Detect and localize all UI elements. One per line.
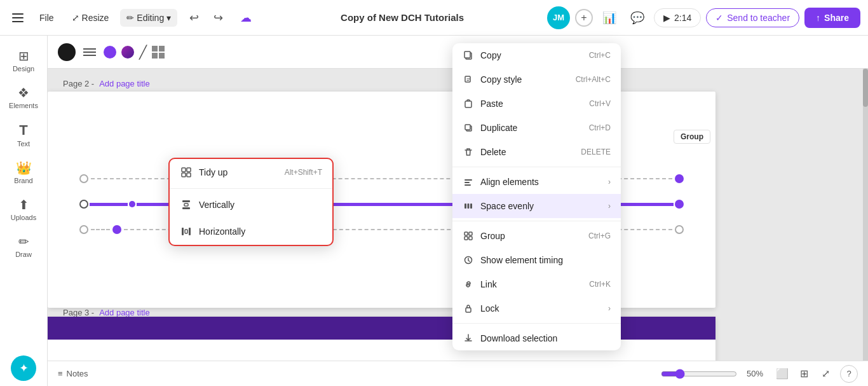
color-gradient-dot[interactable] (121, 46, 134, 59)
analytics-button[interactable]: 📊 (598, 6, 621, 29)
duplicate-icon (463, 122, 474, 134)
sidebar-item-elements[interactable]: ❖ Elements (3, 80, 44, 114)
grid-view-button[interactable]: ⊞ (794, 364, 813, 383)
avatar-button[interactable]: JM (547, 6, 570, 29)
tidy-up-label: Tidy up (199, 167, 227, 177)
vertical-space-icon (180, 198, 193, 211)
magic-button[interactable]: ✦ (11, 355, 36, 381)
delete-shortcut: DELETE (581, 148, 611, 156)
submenu-item-vertically[interactable]: Vertically (170, 191, 332, 218)
sidebar-item-brand[interactable]: 👑 Brand (3, 155, 44, 190)
show-element-timing-label: Show element timing (480, 255, 563, 265)
page2-title-link[interactable]: Add page title (99, 79, 150, 88)
header-left: File ⤢ Resize ✏ Editing ▾ ↩ ↪ ☁ (8, 6, 257, 29)
grid-tool[interactable] (152, 46, 165, 59)
help-button[interactable]: ? (840, 365, 858, 383)
svg-rect-24 (184, 203, 188, 206)
cloud-save-button[interactable]: ☁ (234, 6, 257, 29)
color-dot-purple[interactable] (104, 46, 116, 59)
svg-rect-17 (466, 308, 471, 312)
circle-tool[interactable] (58, 43, 76, 61)
redo-button[interactable]: ↪ (207, 6, 229, 29)
svg-rect-7 (465, 182, 470, 183)
menu-icon[interactable] (8, 8, 28, 28)
sidebar-item-uploads[interactable]: ⬆ Uploads (3, 192, 44, 226)
menu-item-link[interactable]: Link Ctrl+K (452, 272, 621, 296)
submenu-item-horizontally[interactable]: Horizontally (170, 218, 332, 245)
undo-redo-group: ↩ ↪ (182, 6, 229, 29)
view-icons-group: ⬜ ⊞ ⤢ (773, 364, 835, 383)
sidebar: ⊞ Design ❖ Elements T Text 👑 Brand ⬆ Upl… (0, 36, 48, 386)
svg-rect-20 (182, 173, 186, 177)
timeline-circle-start-3 (79, 225, 88, 234)
horizontal-space-icon (180, 225, 193, 238)
comments-button[interactable]: 💬 (626, 6, 649, 29)
align-elements-label: Align elements (480, 177, 539, 187)
group-icon (463, 230, 474, 242)
delete-label: Delete (480, 147, 506, 157)
lines-tool[interactable] (81, 46, 98, 59)
sidebar-item-draw[interactable]: ✏ Draw (3, 229, 44, 263)
timeline-circle-end-3 (675, 225, 684, 234)
menu-item-download-selection[interactable]: Download selection (452, 326, 621, 350)
page3-title-link[interactable]: Add page title (99, 308, 150, 317)
menu-item-copy[interactable]: Copy Ctrl+C (452, 43, 621, 67)
align-icon (463, 176, 474, 188)
undo-button[interactable]: ↩ (182, 6, 205, 29)
svg-rect-19 (187, 168, 191, 172)
menu-item-paste[interactable]: Paste Ctrl+V (452, 92, 621, 116)
share-icon: ↑ (816, 13, 820, 23)
svg-rect-8 (465, 184, 471, 186)
edit-icon: ✏ (126, 13, 134, 23)
svg-rect-27 (185, 230, 187, 233)
copy-style-shortcut: Ctrl+Alt+C (576, 75, 611, 84)
menu-divider-3 (452, 323, 621, 324)
svg-rect-3 (465, 101, 471, 107)
paste-label: Paste (480, 99, 503, 109)
copy-style-icon (463, 74, 474, 85)
scrollbar-thumb[interactable] (863, 69, 868, 107)
lock-label: Lock (480, 303, 499, 314)
zoom-percentage: 50% (742, 369, 768, 378)
trash-icon (463, 146, 474, 158)
svg-rect-11 (470, 203, 472, 209)
send-to-teacher-button[interactable]: ✓ Send to teacher (706, 8, 799, 27)
line-tool[interactable]: ╱ (139, 45, 147, 60)
menu-item-show-element-timing[interactable]: Show element timing (452, 248, 621, 272)
sidebar-item-design[interactable]: ⊞ Design (3, 43, 44, 78)
submenu-item-tidy-up[interactable]: Tidy up Alt+Shift+T (170, 159, 332, 186)
menu-item-copy-style[interactable]: Copy style Ctrl+Alt+C (452, 67, 621, 92)
svg-rect-18 (182, 168, 186, 172)
timeline-handle-left (79, 200, 88, 209)
file-button[interactable]: File (33, 9, 60, 27)
single-view-button[interactable]: ⬜ (773, 364, 792, 383)
tidy-up-icon (180, 166, 193, 179)
menu-item-duplicate[interactable]: Duplicate Ctrl+D (452, 116, 621, 140)
preview-button[interactable]: ▶ 2:14 (654, 8, 701, 27)
menu-item-group[interactable]: Group Ctrl+G (452, 224, 621, 248)
star-icon: ✦ (19, 361, 29, 375)
resize-button[interactable]: ⤢ Resize (65, 9, 116, 27)
menu-item-align-elements[interactable]: Align elements › (452, 170, 621, 194)
svg-rect-23 (182, 207, 190, 209)
design-icon: ⊞ (18, 48, 29, 64)
notes-button[interactable]: ≡ Notes (58, 369, 88, 378)
svg-rect-9 (465, 203, 466, 209)
group-shortcut: Ctrl+G (588, 231, 611, 240)
menu-item-space-evenly[interactable]: Space evenly › (452, 194, 621, 218)
lock-chevron-icon: › (608, 304, 611, 313)
header-center: Copy of New DCH Tutorials (262, 12, 542, 23)
text-icon: T (19, 122, 27, 139)
add-collaborator-button[interactable]: + (575, 9, 593, 27)
fullscreen-button[interactable]: ⤢ (816, 364, 835, 383)
zoom-controls: 50% ⬜ ⊞ ⤢ ? (661, 364, 858, 383)
copy-style-label: Copy style (480, 74, 522, 85)
zoom-slider[interactable] (661, 369, 737, 379)
menu-item-delete[interactable]: Delete DELETE (452, 140, 621, 164)
timeline-circle-end-2 (675, 200, 684, 209)
editing-button[interactable]: ✏ Editing ▾ (120, 9, 177, 27)
sidebar-item-text[interactable]: T Text (3, 117, 44, 153)
share-button[interactable]: ↑ Share (804, 8, 860, 28)
timeline-dashed-short (91, 229, 110, 230)
menu-item-lock[interactable]: Lock › (452, 296, 621, 321)
